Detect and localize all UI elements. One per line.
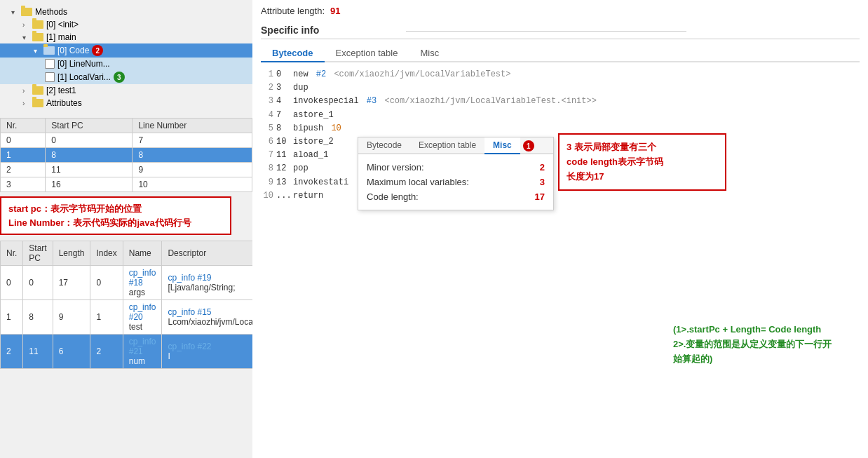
- expand-arrow-main: ▾: [22, 34, 31, 41]
- folder-icon-attributes: [32, 99, 43, 107]
- annotation-startpc-text: start pc：表示字节码开始的位置: [8, 202, 223, 216]
- tree-item-main[interactable]: ▾ [1] main: [0, 31, 252, 43]
- misc-row-maxlocal: Maximum local variables: 3: [367, 175, 545, 189]
- tab-bytecode[interactable]: Bytecode: [261, 45, 325, 62]
- collapse-arrow-init: ›: [22, 21, 31, 29]
- cell-startpc: 8: [23, 300, 53, 335]
- col-length-lv: Length: [53, 241, 90, 266]
- tree-item-init[interactable]: › [0] <init>: [0, 18, 252, 31]
- cell-length: 6: [53, 335, 90, 369]
- cell-name: cp_info #21 num: [123, 335, 162, 369]
- cell-startpc: 11: [23, 335, 53, 369]
- local-var-table: Nr. Start PC Length Index Name Descripto…: [0, 241, 271, 369]
- attr-length-label: Attribute length:: [261, 6, 325, 16]
- bc-line-2: 2 3 dup: [261, 81, 860, 95]
- cell-length: 17: [53, 266, 90, 300]
- annotation-3-line1: 3 表示局部变量有三个: [567, 140, 718, 155]
- tree-label-localvar: [1] LocalVari...: [57, 72, 111, 82]
- col-start-pc: Start PC: [46, 119, 133, 133]
- cell-startpc: 11: [46, 163, 133, 177]
- col-name-lv: Name: [123, 241, 162, 266]
- table-row[interactable]: 3 16 10: [1, 177, 252, 192]
- col-startpc-lv: Start PC: [23, 241, 53, 266]
- expand-arrow: ▾: [11, 8, 20, 16]
- cell-index: 2: [90, 335, 123, 369]
- cell-name: cp_info #18 args: [123, 266, 162, 300]
- collapse-arrow-attributes: ›: [22, 100, 31, 107]
- col-nr-lv: Nr.: [1, 241, 23, 266]
- table-row[interactable]: 2 11 6 2 cp_info #21 num cp_info #22 I: [1, 335, 271, 369]
- bc-line-1: 1 0 new #2 <com/xiaozhi/jvm/LocalVariabl…: [261, 68, 860, 81]
- table-row[interactable]: 1 8 9 1 cp_info #20 test cp_info #15 Lco…: [1, 300, 271, 335]
- green-annotation: (1>.startPc + Length= Code length 2>.变量的…: [673, 323, 832, 366]
- cell-length: 9: [53, 300, 90, 335]
- line-number-table-section: Nr. Start PC Line Number 0 0 7 1 8 8: [0, 118, 252, 192]
- file-icon-localvar: [45, 72, 55, 82]
- tree-item-methods[interactable]: ▾ Methods: [0, 6, 252, 18]
- tree-label-linenum: [0] LineNum...: [57, 59, 110, 69]
- col-line-number: Line Number: [133, 119, 252, 133]
- table-row[interactable]: 0 0 7: [1, 133, 252, 148]
- misc-tab-misc[interactable]: Misc: [484, 137, 520, 154]
- tab-exception-table[interactable]: Exception table: [325, 45, 409, 62]
- folder-icon-test1: [32, 86, 43, 95]
- annotation-linenum-text: Line Number：表示代码实际的java代码行号: [8, 216, 223, 230]
- attr-length-value: 91: [330, 6, 340, 16]
- attr-length-row: Attribute length: 91: [261, 6, 860, 16]
- folder-icon-init: [32, 20, 43, 29]
- cell-linenum: 9: [133, 163, 252, 177]
- tree-label-methods: Methods: [35, 7, 67, 17]
- bc-line-4: 4 7 astore_1: [261, 109, 860, 122]
- specific-info-label: Specific info: [261, 25, 860, 39]
- col-nr: Nr.: [1, 119, 46, 133]
- cell-index: 1: [90, 300, 123, 335]
- cell-startpc: 0: [23, 266, 53, 300]
- cell-linenum: 10: [133, 177, 252, 192]
- cell-linenum: 8: [133, 148, 252, 163]
- misc-tab-bytecode[interactable]: Bytecode: [358, 137, 410, 154]
- cell-startpc: 16: [46, 177, 133, 192]
- misc-row-minor: Minor version: 2: [367, 160, 545, 175]
- table-row[interactable]: 1 8 8: [1, 148, 252, 163]
- table-row[interactable]: 0 0 17 0 cp_info #18 args cp_info #19 [L…: [1, 266, 271, 300]
- annotation-startpc: start pc：表示字节码开始的位置 Line Number：表示代码实际的j…: [0, 196, 231, 235]
- badge-2: 2: [92, 45, 103, 56]
- tree-item-linenum[interactable]: [0] LineNum...: [0, 58, 252, 70]
- folder-icon-code: [43, 46, 55, 55]
- collapse-arrow-test1: ›: [22, 87, 31, 95]
- folder-icon: [21, 8, 32, 16]
- folder-icon-main: [32, 33, 43, 41]
- misc-content: Minor version: 2 Maximum local variables…: [358, 154, 553, 210]
- bc-line-10: 10 ... return: [261, 189, 860, 203]
- misc-tab-exception[interactable]: Exception table: [410, 137, 484, 154]
- main-tabs-bar: Bytecode Exception table Misc: [261, 45, 860, 62]
- tree-label-code: [0] Code: [57, 46, 89, 55]
- annotation-17: 长度为17: [567, 170, 718, 184]
- tree-item-attributes[interactable]: › Attributes: [0, 97, 252, 109]
- table-row[interactable]: 2 11 9: [1, 163, 252, 177]
- bc-line-3: 3 4 invokespecial #3 <com/xiaozhi/jvm/Lo…: [261, 95, 860, 108]
- misc-tabs-bar: Bytecode Exception table Misc 1: [358, 137, 553, 154]
- misc-label-maxlocal: Maximum local variables:: [367, 177, 469, 187]
- cell-nr: 1: [1, 300, 23, 335]
- cell-name: cp_info #20 test: [123, 300, 162, 335]
- tree-item-code[interactable]: ▾ [0] Code 2: [0, 43, 252, 58]
- cell-nr: 0: [1, 266, 23, 300]
- misc-label-codelen: Code length:: [367, 191, 419, 202]
- annotation-local-vars: 3 表示局部变量有三个 code length表示字节码 长度为17: [558, 133, 726, 191]
- annotation-code-length: code length表示字节码: [567, 155, 718, 170]
- expand-arrow-code: ▾: [34, 47, 42, 55]
- tree-item-test1[interactable]: › [2] test1: [0, 84, 252, 97]
- left-panel: ▾ Methods › [0] <init> ▾ [1] main ▾ [0] …: [0, 0, 252, 458]
- col-index-lv: Index: [90, 241, 123, 266]
- misc-label-minor: Minor version:: [367, 162, 424, 173]
- tree-item-localvar[interactable]: [1] LocalVari... 3: [0, 70, 252, 84]
- tree-label-main: [1] main: [46, 32, 76, 42]
- misc-float-panel: Bytecode Exception table Misc 1 Minor ve…: [358, 137, 554, 210]
- cell-nr: 0: [1, 133, 46, 148]
- tab-misc[interactable]: Misc: [409, 45, 450, 62]
- badge-3: 3: [114, 72, 125, 83]
- misc-badge-1: 1: [523, 140, 534, 151]
- right-panel: Attribute length: 91 Specific info Bytec…: [252, 0, 868, 458]
- tree-label-test1: [2] test1: [46, 86, 76, 95]
